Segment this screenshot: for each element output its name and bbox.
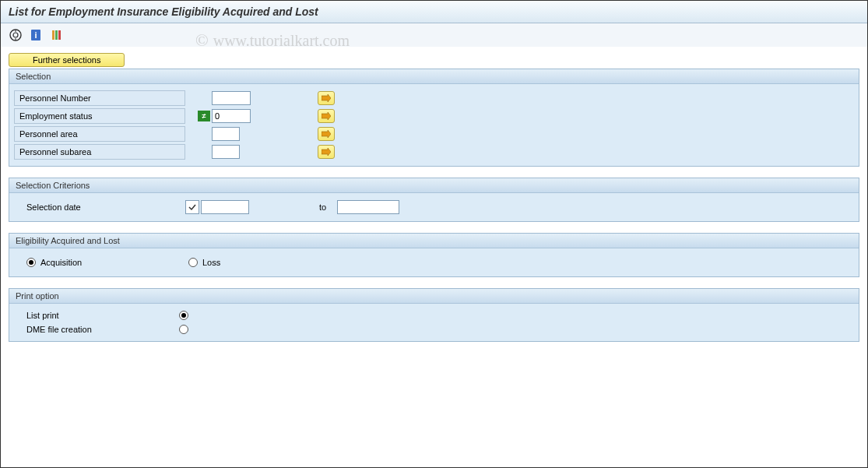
not-equal-icon[interactable]: ≠ — [198, 111, 210, 121]
page-title: List for Employment Insurance Eligibilit… — [1, 1, 867, 23]
variant-icon[interactable] — [49, 28, 63, 42]
personnel-subarea-input[interactable] — [212, 145, 240, 159]
radio-loss[interactable] — [188, 258, 198, 267]
group-print-option: Print option List print DME file creatio… — [9, 288, 859, 342]
label-loss: Loss — [202, 258, 220, 267]
svg-rect-8 — [58, 30, 61, 40]
multi-select-personnel-subarea[interactable] — [318, 145, 335, 159]
employment-status-input[interactable] — [212, 109, 251, 123]
required-icon[interactable] — [185, 200, 199, 214]
svg-point-1 — [13, 33, 18, 37]
toolbar: i — [1, 23, 867, 47]
group-criterions-header: Selection Criterions — [9, 178, 859, 193]
svg-text:i: i — [34, 30, 37, 40]
further-selections-button[interactable]: Further selections — [9, 53, 125, 67]
label-personnel-number: Personnel Number — [14, 90, 185, 106]
content-area: Further selections Selection Personnel N… — [1, 47, 867, 359]
personnel-number-input[interactable] — [212, 91, 251, 105]
svg-rect-7 — [55, 30, 58, 40]
label-dme-file: DME file creation — [26, 325, 174, 334]
svg-rect-6 — [52, 30, 54, 40]
group-print-option-header: Print option — [9, 289, 859, 304]
label-selection-date: Selection date — [22, 199, 185, 215]
personnel-area-input[interactable] — [212, 127, 240, 141]
multi-select-personnel-area[interactable] — [318, 127, 335, 141]
label-personnel-area: Personnel area — [14, 126, 185, 142]
radio-dme-file[interactable] — [179, 325, 188, 334]
label-to: to — [319, 202, 326, 212]
group-selection: Selection Personnel Number Employment st… — [9, 69, 859, 167]
group-criterions: Selection Criterions Selection date to — [9, 178, 859, 222]
radio-list-print[interactable] — [179, 311, 188, 320]
execute-icon[interactable] — [9, 28, 23, 42]
label-employment-status: Employment status — [14, 108, 185, 124]
label-personnel-subarea: Personnel subarea — [14, 144, 185, 160]
selection-date-from-input[interactable] — [201, 200, 249, 214]
group-selection-header: Selection — [9, 69, 859, 84]
multi-select-personnel-number[interactable] — [318, 91, 335, 105]
label-acquisition: Acquisition — [40, 258, 188, 267]
info-icon[interactable]: i — [29, 28, 43, 42]
group-eligibility: Eligibility Acquired and Lost Acquisitio… — [9, 233, 859, 277]
radio-acquisition[interactable] — [26, 258, 36, 267]
label-list-print: List print — [26, 311, 174, 320]
group-eligibility-header: Eligibility Acquired and Lost — [9, 234, 859, 248]
multi-select-employment-status[interactable] — [318, 109, 335, 123]
selection-date-to-input[interactable] — [337, 200, 399, 214]
